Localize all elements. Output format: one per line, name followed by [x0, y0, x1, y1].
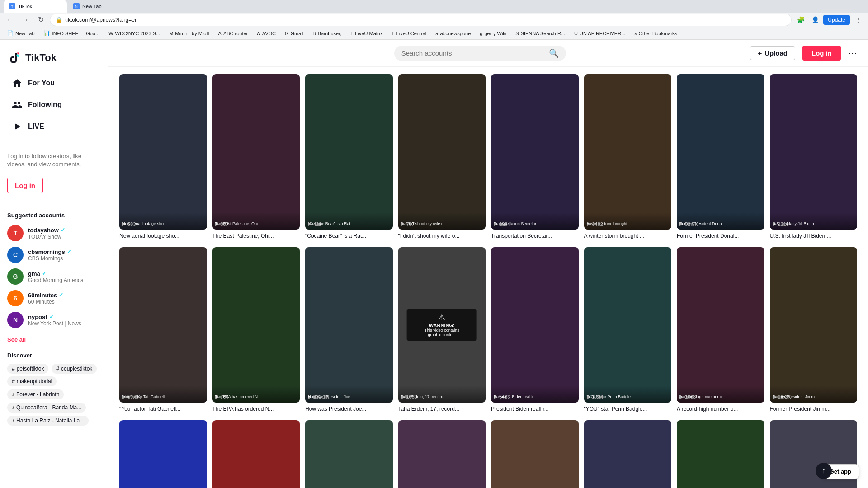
video-card[interactable]: ▶ 1.3M "YOU" star Penn Badgle... "YOU" s… [584, 247, 672, 413]
forward-button[interactable]: → [19, 14, 32, 26]
username-cbsmornings: cbsmornings ✓ [28, 249, 101, 255]
back-button[interactable]: ← [4, 14, 16, 26]
video-card[interactable]: ▶ 1419 Feathers, metallics, tailo... Fea… [212, 420, 300, 488]
upload-button[interactable]: + Upload [750, 46, 795, 60]
bookmark-liveu-central[interactable]: L LiveU Central [388, 30, 430, 37]
active-tab[interactable]: T TikTok [4, 0, 67, 13]
discover-tag-couples[interactable]: # couplestiktok [52, 364, 97, 374]
see-all-link[interactable]: See all [0, 334, 108, 348]
bookmark-favicon: a [435, 31, 438, 36]
sidebar-item-for-you[interactable]: For You [4, 72, 104, 94]
video-title: "I didn't shoot my wife o... [398, 232, 486, 240]
suggested-account-60minutes[interactable]: 6 60minutes ✓ 60 Minutes [7, 287, 101, 309]
video-card[interactable]: ▶ 52.5K Former President Donal... Former… [677, 74, 764, 240]
video-card[interactable]: ▶ 3482 A winter storm brought ... A wint… [584, 74, 672, 240]
video-card[interactable]: ▶ 797 "I didn't shoot my wife o... "I di… [398, 74, 486, 240]
reload-button[interactable]: ↻ [34, 14, 47, 26]
bookmark-wdc[interactable]: W WDC/NYC 2023 S... [105, 30, 164, 37]
username-gma: gma ✓ [28, 270, 101, 277]
bookmark-label: abcnewspone [440, 31, 471, 36]
login-button[interactable]: Log in [802, 46, 841, 61]
logo-container[interactable]: TikTok [0, 47, 108, 72]
bookmark-liveu-matrix[interactable]: L LiveU Matrix [347, 30, 386, 37]
video-thumbnail: ▶ 764 The EPA has ordered N... [212, 247, 300, 403]
video-overlay-caption: The East Palestine, Ohi... [215, 221, 297, 227]
bookmark-avoc[interactable]: A AVOC [253, 30, 279, 37]
video-card[interactable]: ▶ 583 New aerial footage sho... New aeri… [119, 74, 207, 240]
bookmark-favicon: L [350, 31, 353, 36]
video-thumbnail: ▶ 3482 A winter storm brought ... [584, 74, 672, 230]
video-card[interactable]: ▶ 2124 President Biden made a... Preside… [119, 420, 207, 488]
tiktok-icon [7, 51, 22, 65]
extensions-button[interactable]: 🧩 [794, 14, 807, 26]
username-60minutes: 60minutes ✓ [28, 292, 101, 299]
logo-text: TikTok [25, 52, 57, 64]
browser-tab[interactable]: N New Tab [68, 0, 131, 13]
video-overlay-caption: "You" actor Tati Gabriell... [122, 394, 204, 400]
upload-label: Upload [764, 49, 788, 57]
menu-button[interactable]: ⋮ [852, 14, 864, 26]
video-overlay-caption: A winter storm brought ... [587, 221, 669, 227]
suggested-account-cbsmornings[interactable]: C cbsmornings ✓ CBS Mornings [7, 244, 101, 266]
profile-button[interactable]: 👤 [809, 14, 821, 26]
search-icon[interactable]: 🔍 [549, 48, 559, 58]
video-title: The EPA has ordered N... [212, 405, 300, 413]
video-card[interactable]: ▶ 337 The East Palestine, Ohi... The Eas… [212, 74, 300, 240]
video-card[interactable]: ▶ 5148 Bruce Willis has frontot... Bruce… [491, 420, 579, 488]
browser-chrome: T TikTok N New Tab ← → ↻ 🔒 tiktok.com/@a… [0, 0, 868, 27]
more-options-icon[interactable]: ⋯ [848, 48, 857, 59]
sidebar-item-following[interactable]: Following [4, 94, 104, 116]
video-card[interactable]: ▶ 232.1K How was President Joe... How wa… [305, 247, 393, 413]
scroll-top-button[interactable]: ↑ [816, 463, 832, 479]
video-thumbnail: ▶ 1964 Transportation Secretar... [491, 74, 579, 230]
video-card[interactable]: ▶ 764 The EPA has ordered N... The EPA h… [212, 247, 300, 413]
search-bar[interactable]: 🔍 [394, 46, 566, 61]
bookmark-mimir[interactable]: M Mimir - by MjoII [165, 30, 212, 37]
hashtag-icon: # [12, 378, 15, 385]
video-card[interactable]: ▶ 1219 U.S. first lady Jill Biden ... U.… [770, 74, 858, 240]
video-card[interactable]: ⚠WARNING:This video containsgraphic cont… [398, 247, 486, 413]
discover-tag-pets[interactable]: # petsoftiktok [7, 364, 48, 374]
suggested-account-gma[interactable]: G gma ✓ Good Morning America [7, 266, 101, 287]
discover-tag-quinceanera[interactable]: ♪ Quinceañera - Banda Ma... [7, 403, 86, 413]
video-overlay-caption: President Biden reaffir... [494, 394, 576, 400]
update-button[interactable]: Update [823, 15, 850, 25]
video-title: U.S. first lady Jill Biden ... [770, 232, 858, 240]
video-card[interactable]: ▶ 990 The Calakmul jungle, h... The Cala… [677, 420, 764, 488]
suggested-account-nypost[interactable]: N nypost ✓ New York Post | News [7, 309, 101, 331]
bookmark-gerry[interactable]: g gerry Wiki [476, 30, 510, 37]
video-card[interactable]: ▶ 5483 President Biden reaffir... Presid… [491, 247, 579, 413]
video-card[interactable]: ▶ 412 "Cocaine Bear" is a Rat... "Cocain… [305, 74, 393, 240]
video-card[interactable]: ▶ 1964 Transportation Secretar... Transp… [491, 74, 579, 240]
app-container: TikTok For You Following LIVE [0, 40, 868, 488]
bookmark-favicon: S [515, 31, 519, 36]
address-bar[interactable]: 🔒 tiktok.com/@apnews?lang=en [50, 14, 792, 26]
sidebar-login-button[interactable]: Log in [7, 178, 43, 193]
discover-tag-makeup[interactable]: # makeuptutorial [7, 376, 57, 386]
bookmark-new-tab[interactable]: 📄 New Tab [4, 29, 38, 37]
bookmark-abc[interactable]: A ABC router [215, 30, 252, 37]
video-thumbnail: ▶ 1088 A record-high number o... [677, 247, 764, 403]
video-card[interactable]: ▶ 40.1K BAFTA Leading Actor n... BAFTA L… [305, 420, 393, 488]
video-title: Former President Donal... [677, 232, 764, 240]
bookmark-other[interactable]: » Other Bookmarks [631, 30, 681, 37]
search-input[interactable] [401, 49, 541, 57]
bookmark-info-sheet[interactable]: 📊 INFO SHEET - Goo... [40, 29, 104, 37]
sidebar-item-live[interactable]: LIVE [4, 116, 104, 137]
bookmark-gmail[interactable]: G Gmail [281, 30, 307, 37]
bookmark-label: gerry Wiki [484, 31, 506, 36]
video-title: President Biden reaffir... [491, 405, 579, 413]
video-thumbnail: ▶ 1147 De-influencing is a new ... [584, 420, 672, 488]
bookmark-un-ap[interactable]: U UN AP RECEIVER... [571, 30, 629, 37]
video-card[interactable]: ▶ 18.2K Former President Jimm... Former … [770, 247, 858, 413]
video-card[interactable]: ▶ 2789 "Everything Everywhere... "Everyt… [398, 420, 486, 488]
video-card[interactable]: ▶ 1088 A record-high number o... A recor… [677, 247, 764, 413]
video-card[interactable]: ▶ 1147 De-influencing is a new ... De-in… [584, 420, 672, 488]
bookmark-sienna[interactable]: S SIENNA Search R... [512, 30, 569, 37]
suggested-account-todayshow[interactable]: T todayshow ✓ TODAY Show [7, 222, 101, 244]
bookmark-abcnews[interactable]: a abcnewspone [432, 30, 474, 37]
bookmark-bambuser[interactable]: B Bambuser, [309, 30, 345, 37]
discover-tag-forever[interactable]: ♪ Forever - Labrinth [7, 389, 64, 399]
discover-tag-hasta[interactable]: ♪ Hasta La Raiz - Natalia La... [7, 416, 89, 426]
video-card[interactable]: ▶ 59.3K "You" actor Tati Gabriell... "Yo… [119, 247, 207, 413]
